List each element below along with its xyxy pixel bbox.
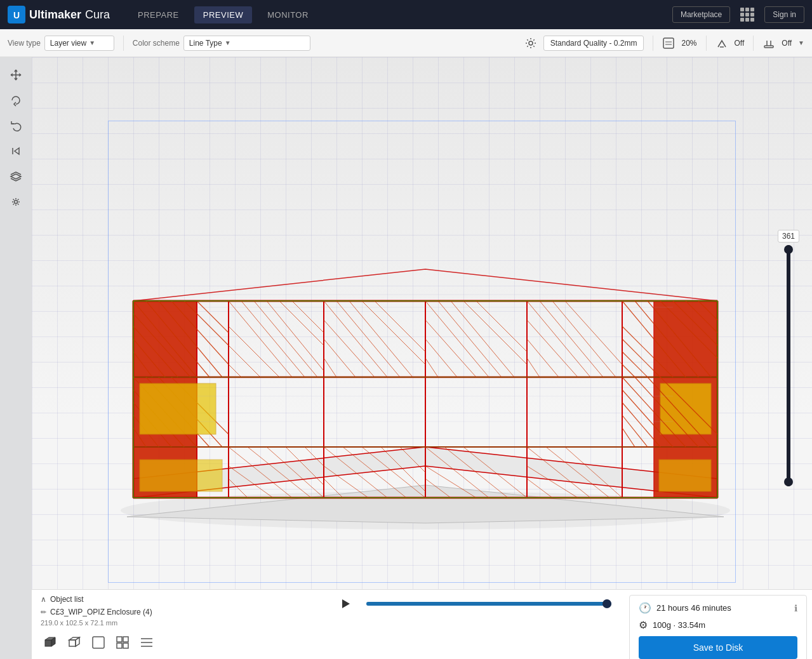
colorscheme-chevron-icon: ▼	[225, 39, 231, 46]
prev-step-button[interactable]	[4, 140, 27, 163]
svg-line-76	[241, 301, 305, 377]
settings-icon[interactable]	[524, 37, 537, 50]
undo-button[interactable]	[4, 114, 27, 137]
svg-line-66	[622, 364, 635, 377]
logo-icon: U	[8, 6, 25, 23]
cross-view-button[interactable]	[113, 633, 132, 652]
layer-number-display: 361	[778, 230, 799, 243]
svg-marker-140	[76, 637, 79, 646]
preview-nav-button[interactable]: PREVIEW	[194, 6, 252, 23]
viewtype-select[interactable]: Layer view ▼	[44, 36, 114, 51]
colorscheme-label: Color scheme	[133, 39, 180, 48]
rotate-icon	[10, 94, 22, 107]
svg-line-74	[622, 428, 635, 447]
print-info-card: 🕐 21 hours 46 minutes ℹ ⚙ 100g · 33.54m …	[629, 595, 807, 659]
svg-line-102	[552, 301, 616, 377]
toolbar-right-group: Standard Quality - 0.2mm 20% Off Off ▼	[524, 36, 804, 51]
layer-slider-track[interactable]	[787, 245, 790, 486]
svg-rect-54	[140, 460, 222, 491]
adhesion-chevron-icon: ▼	[798, 39, 804, 46]
svg-line-84	[324, 301, 387, 377]
infill-value: 20%	[681, 39, 696, 48]
svg-line-103	[565, 301, 622, 364]
svg-text:U: U	[13, 10, 20, 20]
move-tool-button[interactable]	[4, 63, 27, 86]
solid-view-icon	[43, 635, 58, 650]
svg-line-82	[229, 345, 260, 377]
svg-rect-143	[123, 637, 128, 642]
rotate-tool-button[interactable]	[4, 89, 27, 112]
svg-line-33	[197, 301, 229, 333]
svg-line-79	[279, 301, 324, 345]
object-edit-icon[interactable]: ✏	[41, 608, 46, 616]
left-toolbar	[0, 57, 32, 659]
monitor-nav-button[interactable]: MONITOR	[258, 6, 317, 23]
move-icon	[10, 69, 22, 81]
viewtype-label: View type	[8, 39, 41, 48]
svg-rect-142	[117, 637, 122, 642]
svg-line-95	[463, 301, 527, 364]
svg-line-75	[229, 301, 292, 377]
layer-progress-fill	[366, 602, 612, 606]
quality-selector[interactable]: Standard Quality - 0.2mm	[543, 36, 644, 51]
save-to-disk-button[interactable]: Save to Disk	[639, 636, 797, 659]
layers-icon	[10, 170, 22, 183]
prepare-nav-button[interactable]: PREPARE	[129, 6, 188, 23]
flat-view-icon	[91, 635, 106, 650]
layer-slider-top-thumb[interactable]	[784, 245, 793, 254]
layer-progress-thumb[interactable]	[602, 599, 611, 608]
colorscheme-select[interactable]: Line Type ▼	[183, 36, 310, 51]
adhesion-icon	[762, 37, 775, 50]
info-icon[interactable]: ℹ	[794, 603, 797, 613]
3d-viewport[interactable]: 361 ∧ Object list ✏ C£3_WIP_OPIZ Enclosu…	[32, 57, 812, 659]
signin-button[interactable]: Sign in	[764, 6, 804, 23]
undo-icon	[10, 119, 22, 132]
object-dimensions: 219.0 x 102.5 x 72.1 mm	[41, 619, 322, 627]
layer-progress-track[interactable]	[366, 602, 612, 606]
svg-rect-144	[117, 643, 122, 648]
solid-view-button[interactable]	[41, 633, 60, 652]
material-row: ⚙ 100g · 33.54m	[639, 619, 797, 631]
svg-line-96	[476, 301, 527, 352]
object-list-toggle[interactable]: ∧	[41, 595, 46, 604]
svg-line-73	[622, 415, 648, 447]
logo-cura-text: Cura	[85, 8, 110, 22]
play-button[interactable]	[337, 595, 355, 613]
3d-model	[89, 142, 755, 574]
svg-rect-145	[123, 643, 128, 648]
layer-slider-bottom-thumb[interactable]	[784, 477, 793, 486]
svg-line-100	[527, 301, 590, 377]
marketplace-button[interactable]: Marketplace	[672, 6, 730, 23]
apps-grid-icon[interactable]	[736, 4, 758, 25]
layer-slider[interactable]: 361	[778, 230, 799, 486]
svg-line-106	[527, 358, 540, 377]
layers-button[interactable]	[4, 165, 27, 188]
cross-view-icon	[115, 635, 130, 650]
svg-line-99	[425, 358, 438, 377]
svg-rect-52	[140, 383, 216, 434]
infill-icon	[662, 37, 675, 50]
toolbar-divider-2	[653, 36, 653, 51]
svg-rect-55	[659, 460, 711, 491]
svg-rect-141	[93, 637, 104, 648]
view-toolbar: View type Layer view ▼ Color scheme Line…	[0, 29, 812, 57]
wireframe-view-icon	[67, 635, 82, 650]
svg-line-90	[324, 339, 356, 377]
svg-rect-3	[663, 38, 674, 48]
svg-rect-138	[69, 640, 76, 646]
play-icon	[340, 597, 352, 610]
svg-line-80	[292, 301, 324, 333]
flat-view-button[interactable]	[89, 633, 108, 652]
bottom-panel: ∧ Object list ✏ C£3_WIP_OPIZ Enclosure (…	[32, 589, 812, 659]
svg-line-91	[324, 358, 336, 377]
svg-line-77	[254, 301, 317, 377]
app-logo: U Ultimaker Cura	[8, 6, 110, 23]
object-list-item: ✏ C£3_WIP_OPIZ Enclosure (4)	[41, 608, 322, 616]
object-list-panel: ∧ Object list ✏ C£3_WIP_OPIZ Enclosure (…	[32, 590, 331, 657]
svg-marker-16	[133, 269, 717, 301]
clock-icon: 🕐	[639, 602, 651, 614]
viewtype-value: Layer view	[50, 39, 86, 48]
wireframe-view-button[interactable]	[65, 633, 84, 652]
settings-tool-button[interactable]	[4, 190, 27, 213]
detail-view-button[interactable]	[137, 633, 156, 652]
